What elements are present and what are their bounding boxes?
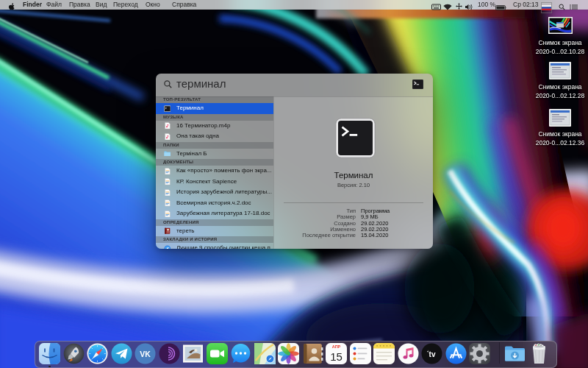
svg-text:tv: tv bbox=[429, 350, 436, 358]
svg-text:15: 15 bbox=[330, 350, 343, 363]
svg-text:VK: VK bbox=[140, 350, 151, 358]
svg-text:АПР: АПР bbox=[332, 344, 341, 349]
